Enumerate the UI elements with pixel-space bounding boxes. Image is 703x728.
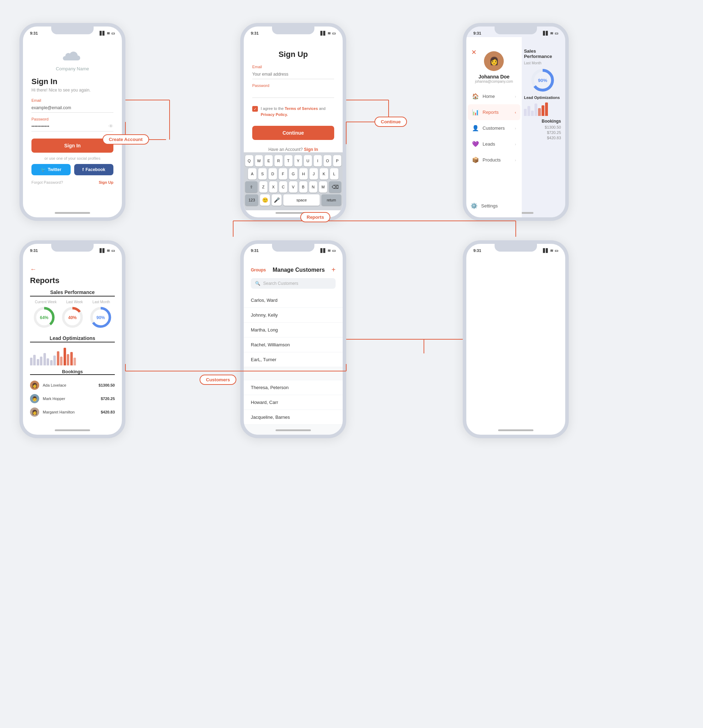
sales-performance-title: Sales Performance [524, 48, 561, 59]
section-underline [30, 296, 115, 296]
booking-row-1: 👩 Ada Lovelace $1300.50 [30, 378, 115, 392]
svg-text:64%: 64% [40, 315, 48, 320]
status-icons: ▋▋ ≋ ▭ [543, 31, 558, 36]
menu-products-label: Products [482, 157, 501, 163]
signal-icon: ▋▋ [320, 31, 326, 36]
key-shift[interactable]: ⇧ [245, 181, 257, 193]
menu-items: 🏠 Home › 📊 Reports ‹ � [466, 88, 522, 168]
booking-amount-1: $1300.50 [98, 383, 115, 387]
phone-reports: 9:31 ▋▋ ≋ ▭ ← Reports Sales Performance … [19, 240, 126, 438]
eye-icon[interactable]: 👁 [108, 123, 113, 129]
key-v[interactable]: V [289, 181, 297, 193]
customer-item[interactable]: Jacqueline, Barnes [244, 410, 343, 425]
privacy-link[interactable]: Privacy Policy. [261, 113, 288, 117]
customer-item[interactable]: Rachel, Williamson [244, 338, 343, 352]
battery-icon: ▭ [332, 31, 336, 36]
key-e[interactable]: E [264, 155, 273, 166]
home-icon: 🏠 [472, 93, 479, 100]
menu-item-products[interactable]: 📦 Products › [468, 152, 520, 168]
customer-item[interactable]: Martha, Long [244, 323, 343, 338]
key-n[interactable]: N [309, 181, 317, 193]
key-d[interactable]: D [268, 168, 277, 179]
key-t[interactable]: T [284, 155, 293, 166]
key-f[interactable]: F [279, 168, 287, 179]
signal-icon: ▋▋ [543, 248, 549, 253]
key-emoji[interactable]: 🙂 [260, 194, 270, 206]
menu-item-reports[interactable]: 📊 Reports ‹ [468, 104, 520, 120]
period-current: Current Week [35, 300, 57, 304]
menu-item-settings[interactable]: ⚙️ Settings [466, 198, 522, 214]
key-mic[interactable]: 🎤 [272, 194, 281, 206]
key-o[interactable]: O [323, 155, 332, 166]
menu-item-leads[interactable]: 💜 Leads › [468, 136, 520, 152]
key-l[interactable]: L [330, 168, 338, 179]
add-customer-button[interactable]: + [331, 266, 336, 274]
signup-link[interactable]: Sign Up [98, 180, 113, 185]
continue-button[interactable]: Continue [252, 126, 334, 140]
key-i[interactable]: I [314, 155, 322, 166]
bar [60, 357, 62, 365]
notch [272, 26, 315, 34]
key-return[interactable]: return [322, 194, 341, 206]
notch [51, 26, 94, 34]
key-p[interactable]: P [333, 155, 341, 166]
status-time: 9:31 [473, 31, 481, 35]
twitter-button[interactable]: 🐦 Twitter [32, 164, 71, 175]
password-input[interactable] [252, 89, 334, 98]
customer-item[interactable]: EarL, Turner [244, 352, 343, 367]
key-s[interactable]: S [258, 168, 267, 179]
password-label: Password [32, 117, 113, 121]
key-c[interactable]: C [279, 181, 287, 193]
key-u[interactable]: U [304, 155, 312, 166]
customer-item[interactable]: Howard, Carr [244, 395, 343, 410]
period-month: Last Month [92, 300, 110, 304]
terms-link[interactable]: Terms of Services [285, 106, 318, 111]
key-y[interactable]: Y [294, 155, 302, 166]
key-g[interactable]: G [289, 168, 297, 179]
key-h[interactable]: H [299, 168, 308, 179]
customer-item[interactable]: Johnny, Kelly [244, 308, 343, 323]
profile-name: Johanna Doe [478, 74, 510, 79]
key-123[interactable]: 123 [245, 194, 258, 206]
bar-group [30, 355, 36, 365]
bar-group [64, 348, 69, 365]
signin-subtitle: Hi there! Nice to see you again. [32, 88, 113, 92]
signin-link[interactable]: Sign In [304, 147, 318, 152]
key-a[interactable]: A [248, 168, 257, 179]
email-input[interactable] [252, 70, 334, 79]
back-button[interactable]: ← [30, 266, 115, 273]
wifi-icon: ≋ [328, 31, 331, 36]
facebook-button[interactable]: f Facebook [74, 164, 113, 175]
forgot-password[interactable]: Forgot Password? [32, 180, 63, 185]
key-b[interactable]: B [299, 181, 307, 193]
key-x[interactable]: X [269, 181, 277, 193]
key-z[interactable]: Z [259, 181, 267, 193]
key-r[interactable]: R [274, 155, 283, 166]
menu-item-customers[interactable]: 👤 Customers › [468, 120, 520, 136]
booking-amount-2: $720.25 [524, 130, 561, 135]
email-label: Email [252, 65, 334, 69]
menu-item-home[interactable]: 🏠 Home › [468, 88, 520, 104]
email-input[interactable] [32, 104, 113, 113]
groups-tab[interactable]: Groups [251, 267, 266, 273]
keyboard[interactable]: Q W E R T Y U I O P A S D F G H J K L [244, 152, 343, 210]
key-w[interactable]: W [255, 155, 263, 166]
key-q[interactable]: Q [245, 155, 253, 166]
password-input[interactable] [32, 123, 113, 131]
terms-checkbox[interactable]: ✓ [252, 106, 258, 112]
customer-item[interactable]: Theresa, Peterson [244, 380, 343, 395]
bookings-title: Bookings [30, 369, 115, 374]
bar [527, 106, 530, 116]
key-m[interactable]: M [319, 181, 327, 193]
key-delete[interactable]: ⌫ [329, 181, 341, 193]
sales-performance-title: Sales Performance [30, 289, 115, 295]
key-space[interactable]: space [283, 194, 320, 206]
twitter-icon: 🐦 [40, 167, 46, 172]
key-j[interactable]: J [309, 168, 318, 179]
key-k[interactable]: K [320, 168, 328, 179]
close-button[interactable]: ✕ [471, 48, 476, 56]
customer-item[interactable]: Carlos, Ward [244, 293, 343, 308]
signin-button[interactable]: Sign In [32, 139, 113, 153]
search-bar[interactable]: 🔍 Search Customers [251, 278, 336, 289]
donuts-row: 64% 40% 90% [30, 306, 115, 331]
